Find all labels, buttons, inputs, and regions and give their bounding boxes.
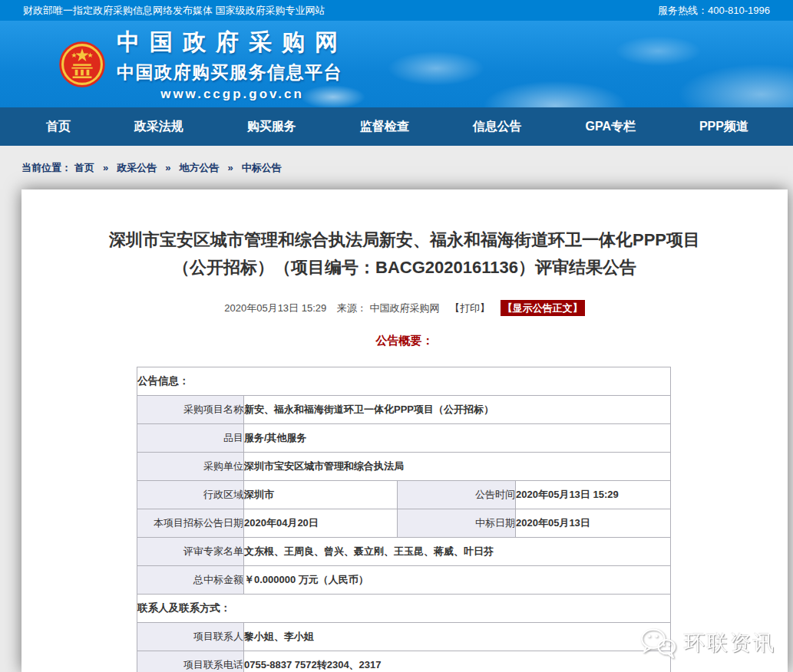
announcement-info-table: 公告信息： 采购项目名称 新安、福永和福海街道环卫一体化PPP项目（公开招标） … — [137, 367, 671, 672]
table-row-contact-heading: 联系人及联系方式： — [137, 595, 671, 623]
table-row-category: 品目 服务/其他服务 — [137, 424, 671, 453]
field-value-tender-date: 2020年04月20日 — [244, 509, 398, 538]
breadcrumb-separator: » — [227, 162, 233, 173]
field-value-contact-phone: 0755-8837 7572转2304、2317 — [244, 651, 671, 672]
table-row-purchaser: 采购单位 深圳市宝安区城市管理和综合执法局 — [137, 453, 671, 481]
field-label-total-amount: 总中标金额 — [137, 566, 244, 595]
field-label-experts: 评审专家名单 — [137, 538, 244, 566]
article-title-line1: 深圳市宝安区城市管理和综合执法局新安、福永和福海街道环卫一体化PPP项目 — [52, 226, 757, 254]
field-value-project-name: 新安、福永和福海街道环卫一体化PPP项目（公开招标） — [244, 396, 671, 424]
source-label: 来源： — [337, 302, 367, 314]
table-row-region-announce-time: 行政区域 深圳市 公告时间 2020年05月13日 15:29 — [137, 481, 671, 509]
field-value-purchaser: 深圳市宝安区城市管理和综合执法局 — [244, 453, 671, 481]
breadcrumb-prefix: 当前位置： — [21, 161, 71, 175]
field-value-announce-time: 2020年05月13日 15:29 — [516, 481, 671, 509]
article-meta: 2020年05月13日 15:29 来源： 中国政府采购网 【打印】 【显示公告… — [21, 301, 788, 315]
field-value-region: 深圳市 — [244, 481, 398, 509]
national-emblem-logo — [58, 41, 106, 88]
article-title: 深圳市宝安区城市管理和综合执法局新安、福永和福海街道环卫一体化PPP项目 （公开… — [21, 226, 788, 282]
section-heading-contact: 联系人及联系方式： — [137, 595, 671, 623]
nav-item-gpa[interactable]: GPA专栏 — [586, 119, 636, 135]
table-row-experts: 评审专家名单 文东根、王周良、曾兴、聂立刚、王玉昆、蒋威、叶日芬 — [137, 538, 671, 566]
field-label-purchaser: 采购单位 — [137, 453, 244, 481]
breadcrumb-item-award[interactable]: 中标公告 — [242, 161, 282, 175]
nav-item-purchase-service[interactable]: 购买服务 — [247, 119, 296, 135]
breadcrumb-item-local[interactable]: 地方公告 — [179, 161, 219, 175]
main-nav: 首页 政采法规 购买服务 监督检查 信息公告 GPA专栏 PPP频道 — [0, 107, 793, 146]
field-label-award-date: 中标日期 — [398, 509, 516, 538]
field-value-total-amount: ￥0.000000 万元（人民币） — [244, 566, 671, 595]
breadcrumb-separator: » — [103, 162, 108, 173]
field-value-award-date: 2020年05月13日 — [516, 509, 671, 538]
site-brand: 中国政府采购网 中国政府购买服务信息平台 www.ccgp.gov.cn — [117, 27, 348, 102]
table-row-tender-award-date: 本项目招标公告日期 2020年04月20日 中标日期 2020年05月13日 — [137, 509, 671, 538]
topbar-hotline: 服务热线：400-810-1996 — [658, 4, 770, 18]
site-url[interactable]: www.ccgp.gov.cn — [117, 87, 348, 102]
field-label-announce-time: 公告时间 — [398, 481, 516, 509]
breadcrumb-item-home[interactable]: 首页 — [74, 161, 94, 175]
table-row-info-heading: 公告信息： — [137, 367, 671, 396]
nav-item-ppp[interactable]: PPP频道 — [699, 119, 748, 135]
table-row-total-amount: 总中标金额 ￥0.000000 万元（人民币） — [137, 566, 671, 595]
nav-item-regulations[interactable]: 政采法规 — [134, 119, 183, 135]
summary-heading: 公告概要： — [21, 334, 788, 348]
print-button[interactable]: 【打印】 — [450, 302, 490, 314]
field-value-experts: 文东根、王周良、曾兴、聂立刚、王玉昆、蒋威、叶日芬 — [244, 538, 671, 566]
breadcrumb: 当前位置： 首页 » 政采公告 » 地方公告 » 中标公告 — [0, 146, 793, 189]
field-label-region: 行政区域 — [137, 481, 244, 509]
site-title: 中国政府采购网 — [117, 27, 348, 58]
table-row-contact-person: 项目联系人 黎小姐、李小姐 — [137, 623, 671, 651]
field-label-project-name: 采购项目名称 — [137, 396, 244, 424]
content-panel: 深圳市宝安区城市管理和综合执法局新安、福永和福海街道环卫一体化PPP项目 （公开… — [21, 189, 788, 672]
table-row-contact-phone: 项目联系电话 0755-8837 7572转2304、2317 — [137, 651, 671, 672]
field-label-tender-date: 本项目招标公告日期 — [137, 509, 244, 538]
nav-item-supervision[interactable]: 监督检查 — [360, 119, 409, 135]
section-heading-info: 公告信息： — [137, 367, 671, 396]
topbar-slogan: 财政部唯一指定政府采购信息网络发布媒体 国家级政府采购专业网站 — [23, 4, 325, 18]
field-value-category: 服务/其他服务 — [244, 424, 671, 453]
show-notice-button[interactable]: 【显示公告正文】 — [501, 300, 585, 316]
field-label-contact-phone: 项目联系电话 — [137, 651, 244, 672]
source-link[interactable]: 中国政府采购网 — [369, 302, 439, 314]
article-title-line2: （公开招标）（项目编号：BACG2020161136）评审结果公告 — [52, 254, 757, 282]
publish-datetime: 2020年05月13日 15:29 — [224, 302, 326, 314]
nav-item-home[interactable]: 首页 — [46, 119, 71, 135]
site-header: 中国政府采购网 中国政府购买服务信息平台 www.ccgp.gov.cn — [0, 21, 793, 107]
site-subtitle: 中国政府购买服务信息平台 — [117, 61, 348, 84]
table-row-project-name: 采购项目名称 新安、福永和福海街道环卫一体化PPP项目（公开招标） — [137, 396, 671, 424]
breadcrumb-item-announcements[interactable]: 政采公告 — [117, 161, 157, 175]
field-label-contact-person: 项目联系人 — [137, 623, 244, 651]
topbar: 财政部唯一指定政府采购信息网络发布媒体 国家级政府采购专业网站 服务热线：400… — [0, 0, 793, 21]
breadcrumb-separator: » — [165, 162, 170, 173]
field-label-category: 品目 — [137, 424, 244, 453]
nav-item-announcements[interactable]: 信息公告 — [473, 119, 522, 135]
field-value-contact-person: 黎小姐、李小姐 — [244, 623, 671, 651]
